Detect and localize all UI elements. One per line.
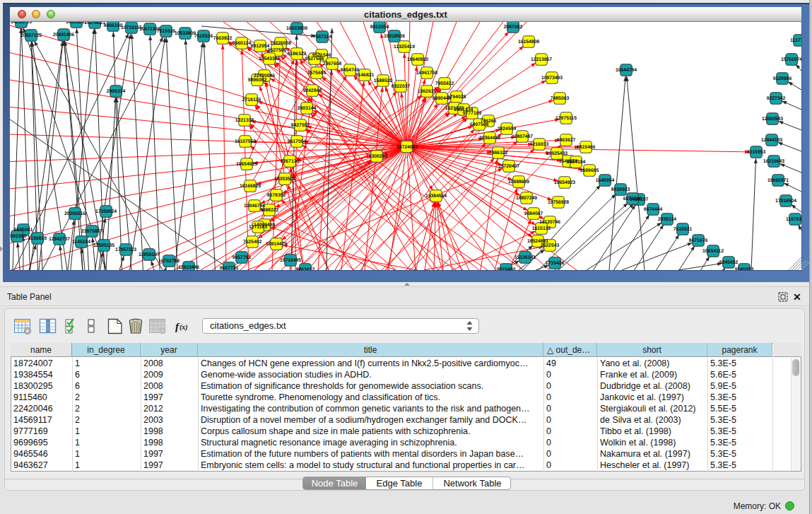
svg-text:6497508: 6497508 (470, 122, 489, 127)
svg-text:16914479: 16914479 (266, 242, 287, 247)
svg-text:9129966: 9129966 (773, 76, 792, 81)
svg-text:12975115: 12975115 (555, 116, 577, 121)
svg-text:8267130: 8267130 (281, 159, 300, 164)
svg-text:7625402: 7625402 (243, 240, 262, 245)
svg-text:1733426: 1733426 (546, 261, 565, 266)
svg-text:15226058: 15226058 (270, 41, 291, 46)
svg-text:16120746: 16120746 (539, 220, 560, 225)
svg-text:10543382: 10543382 (259, 57, 280, 62)
svg-text:9242848: 9242848 (303, 88, 322, 93)
svg-text:17957223: 17957223 (115, 247, 136, 252)
svg-text:8466160: 8466160 (104, 23, 123, 28)
svg-text:17016504: 17016504 (775, 199, 796, 204)
svg-text:2367608: 2367608 (323, 62, 342, 66)
svg-text:9384184: 9384184 (567, 160, 586, 165)
svg-text:1588520: 1588520 (374, 78, 393, 83)
svg-text:9527500: 9527500 (268, 48, 287, 53)
svg-text:10807487: 10807487 (512, 134, 533, 139)
svg-text:18724007: 18724007 (396, 145, 418, 150)
svg-text:1221338: 1221338 (235, 118, 254, 123)
svg-text:9474444: 9474444 (644, 207, 663, 212)
svg-text:9777169: 9777169 (463, 111, 482, 116)
svg-text:10688609: 10688609 (508, 180, 529, 185)
svg-text:16961758: 16961758 (416, 71, 437, 76)
svg-text:8471676: 8471676 (689, 238, 708, 243)
svg-text:15136141: 15136141 (514, 255, 536, 260)
svg-text:8215953: 8215953 (747, 150, 766, 155)
svg-text:15716485: 15716485 (280, 258, 301, 263)
svg-text:9617004: 9617004 (288, 139, 307, 144)
svg-text:19166825: 19166825 (240, 184, 261, 189)
svg-text:19654925: 19654925 (236, 162, 257, 167)
svg-text:19384554: 19384554 (425, 194, 447, 199)
svg-text:11325419: 11325419 (394, 45, 415, 49)
svg-text:8454749: 8454749 (341, 68, 360, 73)
svg-text:8938923: 8938923 (611, 187, 630, 192)
svg-text:9463627: 9463627 (557, 138, 576, 143)
svg-text:18640910: 18640910 (407, 57, 428, 62)
svg-text:16154808: 16154808 (518, 40, 539, 45)
svg-text:18807249: 18807249 (516, 196, 537, 201)
svg-text:7515526: 7515526 (157, 29, 176, 34)
svg-text:19756928: 19756928 (548, 200, 569, 205)
svg-text:17359924: 17359924 (95, 209, 117, 214)
svg-text:10025433: 10025433 (546, 151, 567, 156)
svg-text:16033809: 16033809 (286, 26, 307, 31)
svg-text:15353504: 15353504 (274, 177, 295, 182)
svg-text:3498222: 3498222 (260, 208, 279, 213)
svg-text:15276021: 15276021 (84, 22, 105, 25)
svg-text:2935114: 2935114 (658, 217, 676, 222)
svg-text:12093583: 12093583 (762, 117, 783, 122)
svg-text:8990448: 8990448 (433, 96, 452, 101)
svg-text:1167533: 1167533 (786, 217, 801, 222)
svg-text:14955713: 14955713 (11, 22, 32, 25)
svg-text:2522543: 2522543 (541, 243, 560, 248)
svg-text:16210643: 16210643 (763, 159, 784, 164)
svg-text:8678352: 8678352 (267, 193, 286, 198)
svg-text:9835061: 9835061 (14, 228, 33, 233)
svg-text:8660124: 8660124 (233, 41, 252, 46)
svg-text:12923446: 12923446 (178, 265, 199, 270)
svg-text:7632621: 7632621 (673, 227, 693, 232)
svg-text:19692971: 19692971 (767, 178, 789, 183)
svg-text:19654923: 19654923 (554, 180, 575, 185)
svg-text:1615132: 1615132 (532, 226, 551, 231)
svg-text:9227342: 9227342 (767, 96, 786, 101)
svg-text:10644784: 10644784 (616, 68, 637, 73)
svg-text:8912954: 8912954 (251, 44, 270, 49)
svg-text:19218506: 19218506 (384, 34, 405, 39)
svg-text:1362615: 1362615 (418, 89, 437, 94)
svg-text:9391590: 9391590 (10, 234, 26, 239)
svg-text:2803144: 2803144 (298, 106, 317, 111)
svg-text:16107553: 16107553 (235, 139, 256, 144)
svg-text:7515526: 7515526 (194, 34, 213, 39)
svg-text:1640954: 1640954 (596, 178, 615, 183)
svg-text:20364436: 20364436 (479, 136, 500, 141)
svg-text:9527508: 9527508 (305, 57, 324, 62)
svg-text:7663822: 7663822 (213, 36, 233, 41)
svg-text:1145194: 1145194 (72, 240, 90, 245)
svg-text:10533809: 10533809 (175, 31, 196, 36)
svg-text:3824554: 3824554 (498, 127, 517, 132)
svg-text:8427552: 8427552 (291, 123, 310, 128)
svg-text:20691406: 20691406 (53, 33, 74, 37)
svg-text:2905334: 2905334 (107, 89, 126, 94)
svg-text:7955812: 7955812 (435, 81, 454, 86)
svg-text:7357224: 7357224 (313, 35, 332, 40)
svg-text:12213967: 12213967 (531, 57, 552, 62)
svg-text:8813054: 8813054 (370, 25, 389, 30)
svg-text:20206516: 20206516 (64, 211, 86, 216)
svg-text:(x): (x) (180, 323, 188, 332)
svg-text:11958107: 11958107 (139, 252, 160, 257)
svg-text:9245652: 9245652 (719, 260, 739, 265)
svg-text:2718126: 2718126 (242, 98, 261, 103)
svg-text:9657761: 9657761 (233, 255, 252, 260)
svg-text:12505135: 12505135 (93, 243, 114, 248)
svg-text:2087682: 2087682 (504, 25, 523, 30)
svg-text:1156819: 1156819 (28, 236, 47, 241)
svg-text:23975887: 23975887 (81, 229, 102, 234)
svg-text:6871249: 6871249 (623, 197, 642, 201)
svg-text:1117711: 1117711 (790, 38, 801, 43)
svg-text:15751074: 15751074 (781, 57, 801, 62)
svg-text:6216033: 6216033 (530, 142, 549, 147)
